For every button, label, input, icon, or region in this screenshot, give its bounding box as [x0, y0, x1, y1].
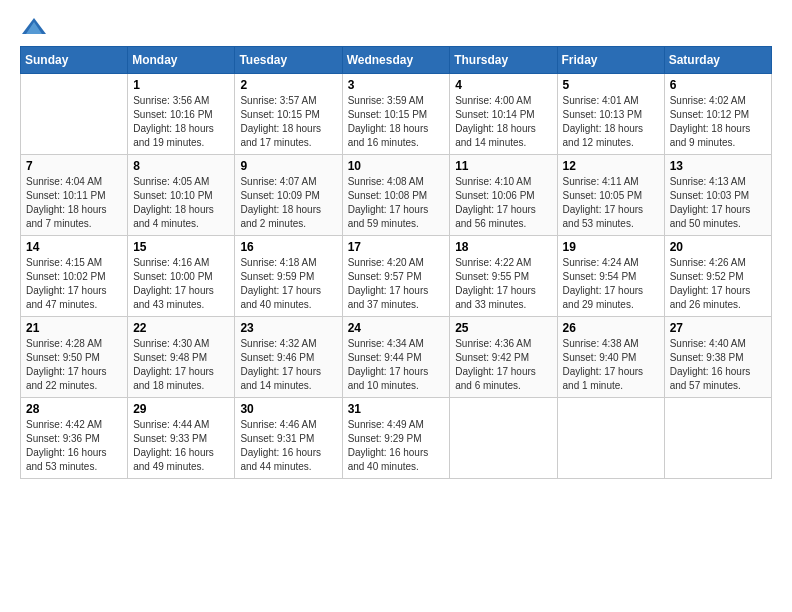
calendar-cell: 27Sunrise: 4:40 AM Sunset: 9:38 PM Dayli…: [664, 317, 771, 398]
day-number: 8: [133, 159, 229, 173]
day-info: Sunrise: 4:13 AM Sunset: 10:03 PM Daylig…: [670, 175, 766, 231]
day-number: 4: [455, 78, 551, 92]
day-info: Sunrise: 4:42 AM Sunset: 9:36 PM Dayligh…: [26, 418, 122, 474]
day-info: Sunrise: 4:32 AM Sunset: 9:46 PM Dayligh…: [240, 337, 336, 393]
day-info: Sunrise: 4:04 AM Sunset: 10:11 PM Daylig…: [26, 175, 122, 231]
weekday-header-monday: Monday: [128, 47, 235, 74]
calendar-cell: 9Sunrise: 4:07 AM Sunset: 10:09 PM Dayli…: [235, 155, 342, 236]
calendar-cell: [557, 398, 664, 479]
calendar-cell: 15Sunrise: 4:16 AM Sunset: 10:00 PM Dayl…: [128, 236, 235, 317]
calendar-cell: 23Sunrise: 4:32 AM Sunset: 9:46 PM Dayli…: [235, 317, 342, 398]
generalblue-logo-icon: [20, 16, 48, 38]
day-number: 26: [563, 321, 659, 335]
calendar-cell: 13Sunrise: 4:13 AM Sunset: 10:03 PM Dayl…: [664, 155, 771, 236]
day-info: Sunrise: 4:44 AM Sunset: 9:33 PM Dayligh…: [133, 418, 229, 474]
day-number: 11: [455, 159, 551, 173]
calendar-cell: 21Sunrise: 4:28 AM Sunset: 9:50 PM Dayli…: [21, 317, 128, 398]
calendar-week-row: 28Sunrise: 4:42 AM Sunset: 9:36 PM Dayli…: [21, 398, 772, 479]
day-info: Sunrise: 4:15 AM Sunset: 10:02 PM Daylig…: [26, 256, 122, 312]
calendar-cell: 4Sunrise: 4:00 AM Sunset: 10:14 PM Dayli…: [450, 74, 557, 155]
day-info: Sunrise: 4:08 AM Sunset: 10:08 PM Daylig…: [348, 175, 445, 231]
calendar-cell: 17Sunrise: 4:20 AM Sunset: 9:57 PM Dayli…: [342, 236, 450, 317]
day-number: 24: [348, 321, 445, 335]
logo: [20, 16, 52, 38]
day-info: Sunrise: 4:49 AM Sunset: 9:29 PM Dayligh…: [348, 418, 445, 474]
day-info: Sunrise: 3:56 AM Sunset: 10:16 PM Daylig…: [133, 94, 229, 150]
day-info: Sunrise: 4:07 AM Sunset: 10:09 PM Daylig…: [240, 175, 336, 231]
day-info: Sunrise: 3:57 AM Sunset: 10:15 PM Daylig…: [240, 94, 336, 150]
day-number: 12: [563, 159, 659, 173]
calendar-cell: 3Sunrise: 3:59 AM Sunset: 10:15 PM Dayli…: [342, 74, 450, 155]
day-info: Sunrise: 4:26 AM Sunset: 9:52 PM Dayligh…: [670, 256, 766, 312]
day-info: Sunrise: 4:11 AM Sunset: 10:05 PM Daylig…: [563, 175, 659, 231]
day-number: 25: [455, 321, 551, 335]
weekday-header-friday: Friday: [557, 47, 664, 74]
calendar-cell: 14Sunrise: 4:15 AM Sunset: 10:02 PM Dayl…: [21, 236, 128, 317]
weekday-header-tuesday: Tuesday: [235, 47, 342, 74]
calendar-cell: 12Sunrise: 4:11 AM Sunset: 10:05 PM Dayl…: [557, 155, 664, 236]
day-number: 1: [133, 78, 229, 92]
calendar-cell: 30Sunrise: 4:46 AM Sunset: 9:31 PM Dayli…: [235, 398, 342, 479]
day-number: 15: [133, 240, 229, 254]
day-number: 6: [670, 78, 766, 92]
calendar-cell: 20Sunrise: 4:26 AM Sunset: 9:52 PM Dayli…: [664, 236, 771, 317]
day-info: Sunrise: 4:01 AM Sunset: 10:13 PM Daylig…: [563, 94, 659, 150]
day-number: 5: [563, 78, 659, 92]
calendar-cell: 8Sunrise: 4:05 AM Sunset: 10:10 PM Dayli…: [128, 155, 235, 236]
calendar-cell: 31Sunrise: 4:49 AM Sunset: 9:29 PM Dayli…: [342, 398, 450, 479]
day-info: Sunrise: 4:02 AM Sunset: 10:12 PM Daylig…: [670, 94, 766, 150]
day-number: 19: [563, 240, 659, 254]
weekday-header-wednesday: Wednesday: [342, 47, 450, 74]
day-info: Sunrise: 3:59 AM Sunset: 10:15 PM Daylig…: [348, 94, 445, 150]
calendar-cell: 19Sunrise: 4:24 AM Sunset: 9:54 PM Dayli…: [557, 236, 664, 317]
calendar-week-row: 14Sunrise: 4:15 AM Sunset: 10:02 PM Dayl…: [21, 236, 772, 317]
day-number: 3: [348, 78, 445, 92]
day-number: 10: [348, 159, 445, 173]
calendar-cell: 6Sunrise: 4:02 AM Sunset: 10:12 PM Dayli…: [664, 74, 771, 155]
day-number: 16: [240, 240, 336, 254]
day-number: 14: [26, 240, 122, 254]
day-number: 22: [133, 321, 229, 335]
day-number: 27: [670, 321, 766, 335]
day-number: 7: [26, 159, 122, 173]
weekday-header-sunday: Sunday: [21, 47, 128, 74]
calendar-header-row: SundayMondayTuesdayWednesdayThursdayFrid…: [21, 47, 772, 74]
day-number: 23: [240, 321, 336, 335]
calendar-cell: [664, 398, 771, 479]
day-info: Sunrise: 4:22 AM Sunset: 9:55 PM Dayligh…: [455, 256, 551, 312]
weekday-header-saturday: Saturday: [664, 47, 771, 74]
day-number: 21: [26, 321, 122, 335]
calendar-week-row: 21Sunrise: 4:28 AM Sunset: 9:50 PM Dayli…: [21, 317, 772, 398]
calendar-week-row: 1Sunrise: 3:56 AM Sunset: 10:16 PM Dayli…: [21, 74, 772, 155]
calendar-cell: 28Sunrise: 4:42 AM Sunset: 9:36 PM Dayli…: [21, 398, 128, 479]
calendar-cell: 18Sunrise: 4:22 AM Sunset: 9:55 PM Dayli…: [450, 236, 557, 317]
day-number: 29: [133, 402, 229, 416]
day-info: Sunrise: 4:34 AM Sunset: 9:44 PM Dayligh…: [348, 337, 445, 393]
day-number: 31: [348, 402, 445, 416]
day-number: 28: [26, 402, 122, 416]
calendar-cell: 25Sunrise: 4:36 AM Sunset: 9:42 PM Dayli…: [450, 317, 557, 398]
header: [20, 16, 772, 38]
day-number: 17: [348, 240, 445, 254]
day-number: 20: [670, 240, 766, 254]
day-info: Sunrise: 4:16 AM Sunset: 10:00 PM Daylig…: [133, 256, 229, 312]
day-number: 13: [670, 159, 766, 173]
day-number: 30: [240, 402, 336, 416]
day-number: 9: [240, 159, 336, 173]
day-info: Sunrise: 4:36 AM Sunset: 9:42 PM Dayligh…: [455, 337, 551, 393]
day-info: Sunrise: 4:05 AM Sunset: 10:10 PM Daylig…: [133, 175, 229, 231]
day-info: Sunrise: 4:00 AM Sunset: 10:14 PM Daylig…: [455, 94, 551, 150]
calendar-cell: 29Sunrise: 4:44 AM Sunset: 9:33 PM Dayli…: [128, 398, 235, 479]
day-info: Sunrise: 4:38 AM Sunset: 9:40 PM Dayligh…: [563, 337, 659, 393]
calendar-table: SundayMondayTuesdayWednesdayThursdayFrid…: [20, 46, 772, 479]
calendar-cell: 5Sunrise: 4:01 AM Sunset: 10:13 PM Dayli…: [557, 74, 664, 155]
calendar-cell: 7Sunrise: 4:04 AM Sunset: 10:11 PM Dayli…: [21, 155, 128, 236]
calendar-cell: 11Sunrise: 4:10 AM Sunset: 10:06 PM Dayl…: [450, 155, 557, 236]
day-number: 18: [455, 240, 551, 254]
day-info: Sunrise: 4:20 AM Sunset: 9:57 PM Dayligh…: [348, 256, 445, 312]
calendar-cell: 24Sunrise: 4:34 AM Sunset: 9:44 PM Dayli…: [342, 317, 450, 398]
calendar-cell: 22Sunrise: 4:30 AM Sunset: 9:48 PM Dayli…: [128, 317, 235, 398]
calendar-cell: 16Sunrise: 4:18 AM Sunset: 9:59 PM Dayli…: [235, 236, 342, 317]
calendar-week-row: 7Sunrise: 4:04 AM Sunset: 10:11 PM Dayli…: [21, 155, 772, 236]
weekday-header-thursday: Thursday: [450, 47, 557, 74]
